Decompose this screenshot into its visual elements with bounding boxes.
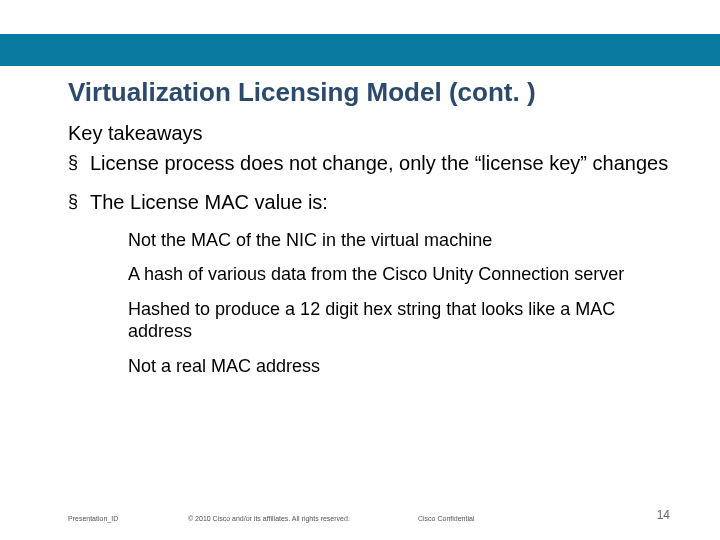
slide: Virtualization Licensing Model (cont. ) …	[0, 0, 720, 540]
sub-bullet-item: Not the MAC of the NIC in the virtual ma…	[128, 229, 670, 252]
bullet-list-2: The License MAC value is:	[68, 190, 670, 215]
accent-band	[0, 34, 720, 66]
slide-footer: Presentation_ID © 2010 Cisco and/or its …	[68, 506, 670, 522]
sub-bullet-item: Hashed to produce a 12 digit hex string …	[128, 298, 670, 343]
footer-presentation-id: Presentation_ID	[68, 515, 118, 522]
bullet-item: License process does not change, only th…	[68, 151, 670, 176]
footer-page-number: 14	[657, 508, 670, 522]
sub-bullet-item: A hash of various data from the Cisco Un…	[128, 263, 670, 286]
subhead: Key takeaways	[68, 122, 670, 145]
bullet-item: The License MAC value is:	[68, 190, 670, 215]
sub-bullet-item: Not a real MAC address	[128, 355, 670, 378]
slide-title: Virtualization Licensing Model (cont. )	[68, 78, 670, 108]
slide-content: Virtualization Licensing Model (cont. ) …	[68, 78, 670, 389]
sub-bullet-block: Not the MAC of the NIC in the virtual ma…	[128, 229, 670, 378]
footer-copyright: © 2010 Cisco and/or its affiliates. All …	[188, 515, 350, 522]
bullet-list-1: License process does not change, only th…	[68, 151, 670, 176]
footer-confidential: Cisco Confidential	[418, 515, 474, 522]
